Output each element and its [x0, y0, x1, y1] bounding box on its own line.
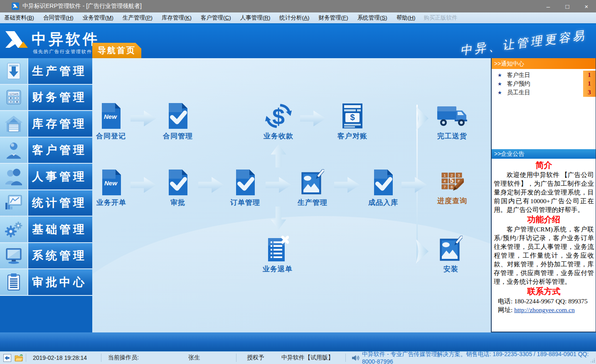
flow-node-order-manage[interactable]: 订单管理 — [227, 168, 264, 207]
menu-system[interactable]: 系统管理(S) — [355, 14, 390, 22]
resize-grip[interactable] — [590, 357, 595, 362]
menu-statistics[interactable]: 统计分析(A) — [277, 14, 312, 22]
flow-node-progress-query[interactable]: 1 2 3 4 5 6 7 8 进度查询 — [433, 172, 471, 206]
sidebar-item-hr[interactable]: 人事管理 — [0, 164, 92, 190]
sidebar-item-approval[interactable]: 审批中心 — [0, 269, 92, 296]
monitor-icon — [0, 243, 28, 269]
doc-check-icon — [227, 168, 264, 197]
site-label: 网址: — [498, 306, 514, 313]
notice-item-customer-appointment[interactable]: ★ 客户预约 1 — [492, 79, 596, 88]
app-logo-icon — [12, 2, 19, 10]
separator — [101, 354, 101, 362]
menu-production[interactable]: 生产管理(P) — [120, 14, 155, 22]
warehouse-icon — [0, 111, 28, 137]
features-heading: 功能介绍 — [494, 214, 594, 225]
sidebar-item-customer[interactable]: 客户管理 — [0, 138, 92, 164]
status-bar: 2019-02-18 19:28:14 当前操作员: 张生 授权予 中异软件【试… — [0, 351, 596, 364]
menu-finance[interactable]: 财务管理(F) — [316, 14, 351, 22]
navigation-flow-canvas: New 合同登记 合同管理 — [92, 58, 491, 332]
notice-item-employee-birthday[interactable]: ★ 员工生日 3 — [492, 88, 596, 97]
menu-inventory[interactable]: 库存管理(K) — [159, 14, 194, 22]
sidebar-item-production[interactable]: 生产管理 — [0, 58, 92, 85]
right-panel: >>通知中心 ★ 客户生日 1 ★ 客户预约 1 ★ 员工生日 3 >>企业公告… — [491, 58, 596, 332]
menu-help[interactable]: 帮助(H) — [394, 14, 418, 22]
logo-title: 中异软件 — [32, 30, 100, 49]
announcement-header: >>企业公告 — [492, 149, 596, 159]
open-folder-button[interactable] — [15, 354, 23, 362]
sidebar-item-inventory[interactable]: 库存管理 — [0, 111, 92, 138]
svg-text:$: $ — [272, 104, 285, 129]
svg-text:12345: 12345 — [9, 92, 19, 96]
image-tool-icon — [294, 168, 331, 197]
flow-node-approve[interactable]: 审批 — [159, 168, 197, 207]
arrow-head-icon — [416, 106, 429, 131]
status-marquee: 中异软件 - 专业广告传媒管理解决方案。销售电话: 189-2235-3305 … — [360, 351, 596, 364]
arrow-right-icon — [266, 176, 291, 194]
company-logo-icon — [3, 29, 29, 55]
separator — [345, 354, 346, 362]
arrow-right-icon — [131, 110, 156, 127]
sidebar: 生产管理 12345 — [0, 58, 92, 332]
flow-node-delivery[interactable]: 完工送货 — [433, 102, 471, 141]
close-button[interactable]: × — [577, 0, 596, 12]
menu-business[interactable]: 业务管理(M) — [80, 14, 116, 22]
menu-basic-data[interactable]: 基础资料(B) — [2, 14, 37, 22]
arrow-right-icon — [401, 176, 427, 194]
header-slogan: 中异、让管理更容易 — [459, 28, 585, 59]
notice-item-customer-birthday[interactable]: ★ 客户生日 1 — [492, 71, 596, 79]
flow-node-install[interactable]: 安装 — [432, 235, 470, 274]
sidebar-item-finance[interactable]: 12345 财务管理 — [0, 85, 92, 111]
separator — [236, 354, 236, 362]
notice-center-header: >>通知中心 — [492, 58, 596, 69]
svg-text:5: 5 — [450, 177, 454, 184]
sidebar-item-system[interactable]: 系统管理 — [0, 243, 92, 270]
intro-text: 欢迎使用中异软件 【广告公司管理软件】，为广告加工制作企业量身定制开发的企业管理… — [494, 170, 594, 214]
menu-hr[interactable]: 人事管理(R) — [238, 14, 273, 22]
flow-node-receivables[interactable]: $ 业务收款 — [260, 102, 297, 141]
website-link[interactable]: http://zhongyee.com.cn — [514, 306, 575, 313]
clipboard-icon — [0, 269, 28, 295]
status-datetime: 2019-02-18 19:28:14 — [29, 354, 99, 361]
maximize-button[interactable]: □ — [558, 0, 577, 12]
flow-node-production[interactable]: 生产管理 — [294, 168, 331, 207]
bottom-band — [0, 332, 596, 351]
window-title: 中异标识ERP管理软件 - [广告行业管理领航者] — [22, 2, 142, 10]
minimize-button[interactable]: – — [539, 0, 558, 12]
operator-label: 当前操作员: — [104, 354, 155, 362]
notice-list: ★ 客户生日 1 ★ 客户预约 1 ★ 员工生日 3 — [492, 71, 596, 97]
flow-node-order-return[interactable]: 业务退单 — [259, 235, 296, 274]
list-x-icon — [259, 235, 296, 263]
statistics-icon — [0, 190, 28, 216]
sidebar-item-statistics[interactable]: 统计管理 — [0, 190, 92, 217]
arrow-up-icon — [269, 144, 288, 167]
flow-node-stock-in[interactable]: 成品入库 — [364, 168, 402, 207]
title-bar: 中异标识ERP管理软件 - [广告行业管理领航者] – □ × — [0, 0, 596, 12]
sidebar-item-base[interactable]: 基础管理 — [0, 216, 92, 243]
svg-text:4: 4 — [443, 179, 446, 183]
arrow-right-icon — [131, 176, 156, 194]
menu-customer[interactable]: 客户管理(C) — [198, 14, 234, 22]
doc-check-icon — [364, 168, 402, 197]
intro-heading: 简介 — [494, 160, 594, 170]
svg-text:1: 1 — [443, 173, 446, 177]
back-button[interactable] — [3, 354, 11, 362]
speaker-icon[interactable] — [352, 355, 360, 361]
flow-node-contract-register[interactable]: New 合同登记 — [92, 102, 130, 141]
customer-icon — [0, 138, 28, 163]
erp-window: 中异标识ERP管理软件 - [广告行业管理领航者] – □ × 基础资料(B) … — [0, 0, 596, 364]
contact-phone: 电话: 180-2244-9967 QQ: 899375 — [494, 297, 594, 305]
arrow-down-icon — [269, 207, 288, 230]
doc-check-icon — [159, 168, 197, 197]
invoice-icon: $ — [334, 102, 371, 130]
header-banner: 中异软件 领先的广告行业管理软件研发商 导航首页 中异、让管理更容易 — [0, 25, 596, 58]
keypad-pencil-icon: 1 2 3 4 5 6 7 8 — [433, 172, 471, 195]
svg-text:7: 7 — [443, 185, 446, 189]
arrow-right-icon — [198, 176, 224, 194]
flow-node-customer-statement[interactable]: $ 客户对账 — [334, 102, 371, 141]
flow-node-contract-manage[interactable]: 合同管理 — [159, 102, 197, 141]
menu-contract[interactable]: 合同管理(H) — [41, 14, 76, 22]
flow-node-order-create[interactable]: New 业务开单 — [93, 168, 130, 207]
tab-nav-home[interactable]: 导航首页 — [92, 43, 141, 58]
menu-buy-genuine[interactable]: 购买正版软件 — [424, 14, 458, 22]
license-value: 中异软件【试用版】 — [272, 354, 343, 362]
